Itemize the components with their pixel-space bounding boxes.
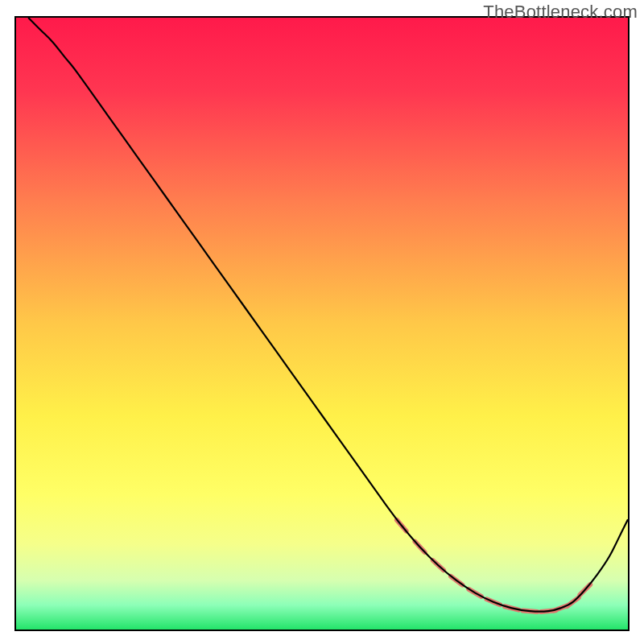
- watermark-text: TheBottleneck.com: [483, 2, 638, 23]
- chart-container: TheBottleneck.com: [0, 0, 644, 644]
- curve-layer: [16, 18, 628, 630]
- bottleneck-curve: [28, 18, 628, 612]
- plot-frame: [14, 16, 630, 631]
- highlight-dashes: [397, 520, 590, 612]
